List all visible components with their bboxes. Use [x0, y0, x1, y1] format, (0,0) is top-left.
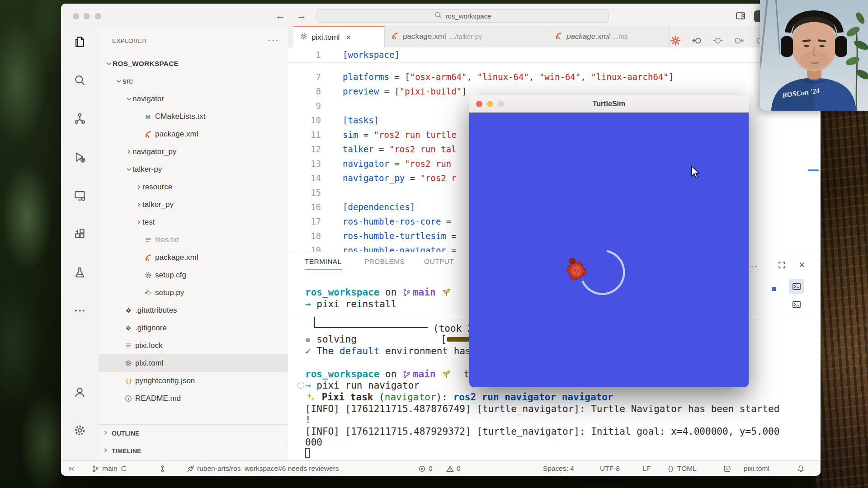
status-git-branch[interactable]: main [92, 461, 127, 476]
git-branch-icon [402, 288, 411, 297]
activity-source-control-icon[interactable] [61, 105, 99, 131]
cmake-file-icon: M [143, 113, 153, 121]
timeline-section[interactable]: TIMELINE [99, 442, 288, 460]
activity-more-views-icon[interactable] [61, 297, 99, 324]
nav-circle-split-icon[interactable] [710, 33, 726, 48]
activity-remote-explorer-icon[interactable] [61, 182, 99, 208]
tab-package-xml[interactable]: package.xml.../na [548, 26, 670, 47]
sticky-scroll-line: 1[workspace] [288, 47, 821, 63]
sparkles-icon [306, 393, 315, 402]
tree-item-resource[interactable]: resource [99, 178, 288, 196]
minimize-traffic-light[interactable] [84, 13, 90, 19]
line-number: 12 [288, 142, 321, 156]
progress-bar [447, 337, 471, 342]
python-file-icon [143, 289, 153, 297]
status-remote[interactable] [67, 461, 75, 476]
zoom-traffic-light[interactable] [498, 101, 504, 107]
tree-item-label: navigator [132, 94, 164, 103]
tree-item-pyrightconfig-json[interactable]: {}pyrightconfig.json [99, 372, 288, 389]
status-errors[interactable]: 0 [418, 461, 433, 476]
tree-item-pixi-lock[interactable]: pixi.lock [99, 337, 288, 354]
activity-search-icon[interactable] [61, 67, 99, 93]
tree-item-label: src [123, 77, 133, 86]
screen: ← → ros_workspace EXPLORER ··· ROS_WORKS… [0, 0, 868, 488]
tree-item--gitignore[interactable]: .gitignore [99, 319, 288, 337]
tree-item--gitattributes[interactable]: .gitattributes [99, 301, 288, 319]
activity-accounts-icon[interactable] [61, 379, 99, 405]
status-language-mode[interactable]: {}TOML [667, 461, 697, 476]
status-encoding[interactable]: UTF-8 [600, 461, 620, 476]
status-label: UTF-8 [600, 465, 620, 473]
terminal-instance-icon[interactable] [789, 279, 804, 294]
forward-arrow-icon[interactable]: → [297, 10, 307, 22]
nav-circle-back-icon[interactable] [689, 33, 705, 48]
terminal-instance-icon[interactable] [789, 297, 804, 312]
status-compare[interactable] [159, 461, 166, 476]
tree-item-pixi-toml[interactable]: pixi.toml [99, 354, 288, 372]
tree-item-package-xml[interactable]: package.xml [99, 125, 288, 143]
chevron-spacer [135, 289, 142, 296]
tree-item-test[interactable]: test [99, 213, 288, 231]
close-traffic-light[interactable] [73, 13, 79, 19]
status-indentation[interactable]: Spaces: 4 [543, 461, 574, 476]
chevron-right-icon [102, 447, 109, 455]
tree-item-talker-py[interactable]: talker_py [99, 196, 288, 213]
line-number: 11 [288, 127, 321, 142]
status-pixi-file[interactable]: pixi.toml [744, 461, 769, 476]
close-traffic-light[interactable] [476, 101, 482, 107]
tree-item-talker-py[interactable]: talker-py [99, 160, 288, 178]
tree-item-ros-workspace[interactable]: ROS_WORKSPACE [99, 55, 288, 72]
back-arrow-icon[interactable]: ← [275, 10, 285, 22]
tree-item-files-txt[interactable]: files.txt [99, 231, 288, 249]
tree-item-navigator-py[interactable]: navigator_py [99, 143, 288, 160]
minimize-traffic-light[interactable] [487, 101, 493, 107]
layout-panel-icon[interactable] [736, 11, 745, 23]
tree-item-setup-py[interactable]: setup.py [99, 284, 288, 301]
status-notifications[interactable] [797, 461, 805, 476]
txt-file-icon [143, 236, 153, 244]
status-pixi-status[interactable] [723, 461, 731, 476]
herb-icon [442, 288, 451, 297]
turtlesim-window[interactable]: TurtleSim [469, 95, 749, 387]
remote-icon [67, 465, 75, 473]
close-icon[interactable]: × [346, 33, 351, 42]
code-text: [tasks] [343, 113, 379, 127]
status-warnings[interactable]: 0 [446, 461, 461, 476]
status-bar: mainruben-arts/ros_workspace#6 needs rev… [61, 460, 821, 476]
chevron-spacer [115, 342, 123, 349]
activity-testing-icon[interactable] [61, 259, 99, 285]
outline-section[interactable]: OUTLINE [99, 424, 288, 442]
tab-pixi-toml[interactable]: pixi.toml× [293, 26, 385, 47]
nav-circle-forward-icon[interactable] [731, 33, 746, 48]
activity-run-debug-icon[interactable] [61, 144, 99, 170]
tree-item-setup-cfg[interactable]: setup.cfg [99, 266, 288, 284]
tab-package-xml[interactable]: package.xml.../talker-py [385, 26, 548, 47]
status-label: 0 [457, 465, 461, 473]
tab-label: pixi.toml [311, 33, 340, 42]
command-center-search[interactable]: ros_workspace [316, 9, 609, 23]
line-number: 7 [288, 70, 321, 84]
turtlesim-titlebar[interactable]: TurtleSim [469, 95, 749, 113]
txt-file-icon [123, 342, 133, 350]
activity-extensions-icon[interactable] [61, 221, 99, 247]
svg-text:M: M [145, 113, 150, 120]
explorer-more-icon[interactable]: ··· [268, 35, 279, 45]
zoom-traffic-light[interactable] [95, 13, 101, 19]
tree-item-package-xml[interactable]: package.xml [99, 249, 288, 266]
tree-item-label: test [142, 218, 155, 227]
took-duration: (took 2 [433, 323, 473, 334]
tree-item-label: setup.cfg [155, 271, 186, 280]
chevron-down-icon [125, 95, 132, 103]
activity-explorer-icon[interactable] [61, 28, 99, 55]
pixi-starburst-icon[interactable] [668, 33, 683, 48]
status-pr-status[interactable]: ruben-arts/ros_workspace#6 needs reviewe… [187, 461, 339, 476]
tree-item-readme-md[interactable]: README.md [99, 389, 288, 407]
activity-settings-icon[interactable] [61, 417, 99, 443]
language-mode-icon: {} [667, 465, 675, 473]
tree-item-cmakelists-txt[interactable]: MCMakeLists.txt [99, 108, 288, 125]
overview-ruler-mark [808, 169, 819, 171]
tree-item-src[interactable]: src [99, 72, 288, 90]
tree-item-label: .gitattributes [135, 306, 177, 315]
status-eol[interactable]: LF [642, 461, 651, 476]
tree-item-navigator[interactable]: navigator [99, 90, 288, 108]
